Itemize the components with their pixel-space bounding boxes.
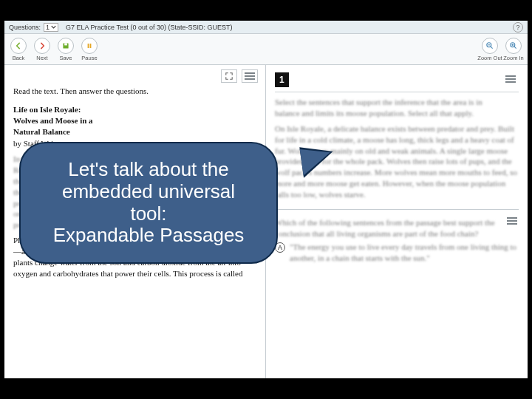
q2-choice-a[interactable]: A "The energy you use to live every day … [275,242,519,264]
next-button[interactable]: Next [33,38,52,61]
test-meta: G7 ELA Practice Test (0 out of 30) (Stat… [66,24,232,31]
zoom-in-button[interactable]: Zoom In [504,38,523,61]
q2-stem-line2: conclusion that all living organisms are… [275,228,519,239]
header-bar: Questions: 1 G7 ELA Practice Test (0 out… [4,21,528,34]
slide-frame: Questions: 1 G7 ELA Practice Test (0 out… [0,0,532,399]
passage-title-line1: Life on Isle Royale: [13,104,256,115]
question-selector[interactable]: 1 [44,23,58,32]
back-button[interactable]: Back [9,38,28,61]
hamburger-icon [507,217,517,225]
toolbar: Back Next Save Pause Zoom Out Zoom In [4,34,528,65]
svg-rect-1 [64,43,67,45]
question-2-block: Which of the following sentences from th… [275,209,519,264]
q2-stem-line1: Which of the following sentences from th… [275,217,519,228]
callout-text: Let's talk about the embedded universal … [53,159,245,248]
q1-stem-line1: Select the sentences that support the in… [275,97,519,108]
passage-title-line2: Wolves and Moose in a [13,115,256,126]
zoom-in-icon [509,41,518,50]
zoom-out-button[interactable]: Zoom Out [480,38,499,61]
passage-menu-button[interactable] [242,69,258,83]
questions-label: Questions: [9,24,41,31]
passage-title-line3: Natural Balance [13,126,256,137]
arrow-left-icon [14,41,23,50]
arrow-right-icon [38,41,47,50]
expand-passage-button[interactable] [221,69,237,83]
question-pane: 1 Select the sentences that support the … [266,65,528,378]
hamburger-icon [505,75,516,83]
svg-line-5 [491,47,492,48]
chevron-down-icon [51,24,56,30]
svg-line-8 [514,47,516,48]
help-button[interactable]: ? [513,22,523,33]
q2-choice-a-text: "The energy you use to live every day tr… [290,242,519,264]
save-button[interactable]: Save [56,38,75,61]
q1-stem-line2: balance and limits its moose population.… [275,108,519,119]
save-icon [61,41,70,50]
hamburger-icon [245,72,255,80]
question-menu-button[interactable] [502,72,519,86]
question-number-badge: 1 [275,72,289,87]
question-2-menu-button[interactable] [504,214,520,228]
zoom-out-icon [485,41,494,50]
divider [275,92,519,92]
expand-icon [225,72,233,81]
svg-rect-3 [90,44,92,48]
passage-instructions: Read the text. Then answer the questions… [13,86,256,97]
question-current: 1 [46,24,50,31]
pause-icon [85,41,94,50]
svg-rect-2 [88,44,89,48]
pause-button[interactable]: Pause [80,38,99,61]
callout-bubble: Let's talk about the embedded universal … [19,142,278,264]
